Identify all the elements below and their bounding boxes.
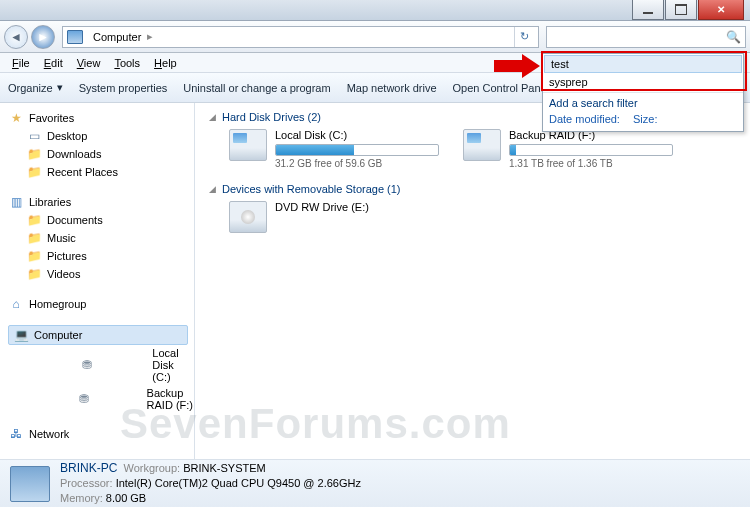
filter-size[interactable]: Size: [633,113,657,125]
address-bar[interactable]: Computer ▸ ↻ [62,26,539,48]
chevron-right-icon[interactable]: ▸ [145,30,155,43]
sidebar-computer-header[interactable]: 💻Computer [8,325,188,345]
star-icon: ★ [8,111,24,125]
chevron-down-icon: ▾ [57,81,63,94]
minimize-button[interactable] [632,0,664,20]
computer-name: BRINK-PC [60,461,117,475]
search-box[interactable]: 🔍 [546,26,746,48]
drive-freespace: 31.2 GB free of 59.6 GB [275,158,439,169]
network-icon: 🖧 [8,427,24,441]
sidebar-item-pictures[interactable]: 📁Pictures [8,247,194,265]
computer-icon [67,30,83,44]
search-icon: 🔍 [726,30,741,44]
refresh-button[interactable]: ↻ [514,27,534,47]
organize-button[interactable]: Organize ▾ [8,81,63,94]
desktop-icon: ▭ [26,129,42,143]
hdd-icon [229,129,267,161]
details-pane: BRINK-PC Workgroup: BRINK-SYSTEM Process… [0,459,750,507]
removable-section-header[interactable]: ◢Devices with Removable Storage (1) [209,183,736,195]
sidebar-favorites-header[interactable]: ★Favorites [8,109,194,127]
drive-icon: ⛃ [26,392,142,406]
dvd-icon [229,201,267,233]
sidebar-item-desktop[interactable]: ▭Desktop [8,127,194,145]
sidebar-item-recent[interactable]: 📁Recent Places [8,163,194,181]
navigation-pane: ★Favorites ▭Desktop 📁Downloads 📁Recent P… [0,103,195,459]
computer-icon: 💻 [13,328,29,342]
search-filter-label: Add a search filter [543,92,743,111]
drive-icon: ⛃ [26,358,147,372]
menu-view[interactable]: View [71,55,107,71]
breadcrumb[interactable]: Computer [89,31,145,43]
collapse-icon: ◢ [209,112,216,122]
drive-backup-raid-f[interactable]: Backup RAID (F:) 1.31 TB free of 1.36 TB [463,129,673,169]
back-button[interactable]: ◄ [4,25,28,49]
folder-icon: 📁 [26,213,42,227]
map-network-drive-button[interactable]: Map network drive [347,82,437,94]
drive-name: Local Disk (C:) [275,129,439,141]
folder-icon: 📁 [26,165,42,179]
menu-help[interactable]: Help [148,55,183,71]
sidebar-item-documents[interactable]: 📁Documents [8,211,194,229]
collapse-icon: ◢ [209,184,216,194]
sidebar-item-downloads[interactable]: 📁Downloads [8,145,194,163]
folder-icon: 📁 [26,147,42,161]
homegroup-icon: ⌂ [8,297,24,311]
sidebar-network-header[interactable]: 🖧Network [8,425,194,443]
sidebar-homegroup-header[interactable]: ⌂Homegroup [8,295,194,313]
sidebar-item-backupraid[interactable]: ⛃Backup RAID (F:) [8,385,194,413]
sidebar-libraries-header[interactable]: ▥Libraries [8,193,194,211]
menu-tools[interactable]: Tools [108,55,146,71]
maximize-button[interactable] [665,0,697,20]
sidebar-item-music[interactable]: 📁Music [8,229,194,247]
open-control-panel-button[interactable]: Open Control Panel [453,82,550,94]
sidebar-item-localdisk[interactable]: ⛃Local Disk (C:) [8,345,194,385]
search-input[interactable] [551,31,726,43]
music-icon: 📁 [26,231,42,245]
filter-date-modified[interactable]: Date modified: [549,113,620,125]
search-suggestion[interactable]: test [544,55,742,73]
videos-icon: 📁 [26,267,42,281]
drive-name: DVD RW Drive (E:) [275,201,439,213]
menu-file[interactable]: File [6,55,36,71]
storage-bar [275,144,439,156]
uninstall-program-button[interactable]: Uninstall or change a program [183,82,330,94]
menu-edit[interactable]: Edit [38,55,69,71]
drive-local-disk-c[interactable]: Local Disk (C:) 31.2 GB free of 59.6 GB [229,129,439,169]
close-button[interactable] [698,0,744,20]
window-titlebar [0,0,750,21]
content-pane: ◢Hard Disk Drives (2) Local Disk (C:) 31… [195,103,750,459]
search-suggestions-dropdown: test sysprep Add a search filter Date mo… [542,53,744,132]
computer-large-icon [10,466,50,502]
system-properties-button[interactable]: System properties [79,82,168,94]
drive-freespace: 1.31 TB free of 1.36 TB [509,158,673,169]
storage-bar [509,144,673,156]
libraries-icon: ▥ [8,195,24,209]
pictures-icon: 📁 [26,249,42,263]
hdd-icon [463,129,501,161]
navigation-bar: ◄ ► Computer ▸ ↻ 🔍 [0,21,750,53]
drive-dvd-rw-e[interactable]: DVD RW Drive (E:) [229,201,439,233]
sidebar-item-videos[interactable]: 📁Videos [8,265,194,283]
search-suggestion[interactable]: sysprep [543,74,743,90]
forward-button[interactable]: ► [31,25,55,49]
